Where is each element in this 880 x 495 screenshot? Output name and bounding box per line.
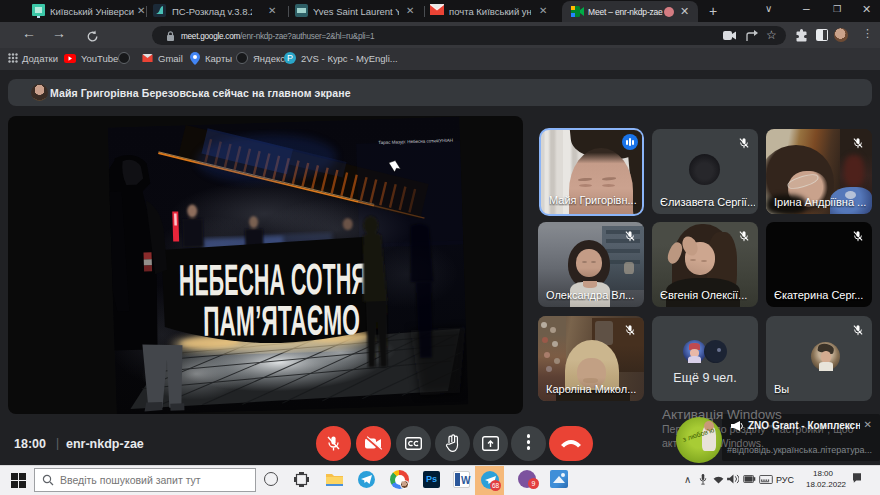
svg-text:ПАМ’ЯТАЄМО: ПАМ’ЯТАЄМО <box>203 296 360 344</box>
